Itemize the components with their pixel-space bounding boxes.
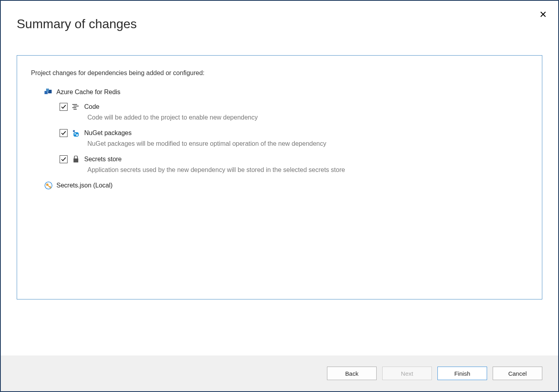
next-button: Next — [382, 367, 432, 380]
svg-rect-0 — [44, 91, 48, 94]
nuget-icon — [72, 129, 79, 137]
azure-redis-icon — [44, 89, 52, 96]
key-icon — [44, 182, 52, 189]
svg-rect-11 — [74, 158, 78, 162]
change-title-secrets: Secrets store — [84, 156, 122, 163]
svg-point-7 — [73, 130, 75, 132]
cancel-button[interactable]: Cancel — [493, 367, 542, 380]
checkbox-code[interactable] — [60, 103, 68, 111]
finish-button[interactable]: Finish — [437, 367, 487, 380]
svg-rect-5 — [72, 107, 76, 108]
secrets-local-label: Secrets.json (Local) — [56, 182, 112, 189]
provider-label: Azure Cache for Redis — [56, 89, 120, 96]
change-item-code: Code Code will be added to the project t… — [60, 103, 528, 121]
lock-icon — [72, 156, 79, 163]
code-icon — [72, 103, 79, 110]
svg-rect-3 — [72, 104, 77, 105]
back-button[interactable]: Back — [327, 367, 377, 380]
svg-rect-6 — [74, 109, 77, 110]
change-item-secrets: Secrets store Application secrets used b… — [60, 155, 528, 174]
change-item-nuget: NuGet packages NuGet packages will be mo… — [60, 129, 528, 147]
close-icon[interactable] — [540, 10, 546, 19]
svg-point-9 — [74, 133, 76, 135]
provider-row: Azure Cache for Redis — [44, 89, 528, 96]
change-title-nuget: NuGet packages — [84, 129, 132, 137]
checkbox-nuget[interactable] — [60, 129, 68, 137]
svg-point-10 — [76, 134, 78, 136]
intro-text: Project changes for dependencies being a… — [31, 70, 528, 77]
summary-box: Project changes for dependencies being a… — [17, 55, 542, 299]
svg-rect-4 — [74, 106, 79, 106]
change-desc-secrets: Application secrets used by the new depe… — [87, 166, 528, 174]
checkbox-secrets[interactable] — [60, 155, 68, 163]
change-desc-nuget: NuGet packages will be modified to ensur… — [87, 140, 528, 147]
svg-rect-2 — [46, 89, 49, 91]
change-title-code: Code — [84, 103, 99, 110]
secrets-local-row: Secrets.json (Local) — [44, 182, 528, 189]
page-title: Summary of changes — [17, 17, 542, 31]
svg-rect-8 — [74, 132, 79, 137]
footer: Back Next Finish Cancel — [1, 355, 558, 391]
change-desc-code: Code will be added to the project to ena… — [87, 114, 528, 121]
